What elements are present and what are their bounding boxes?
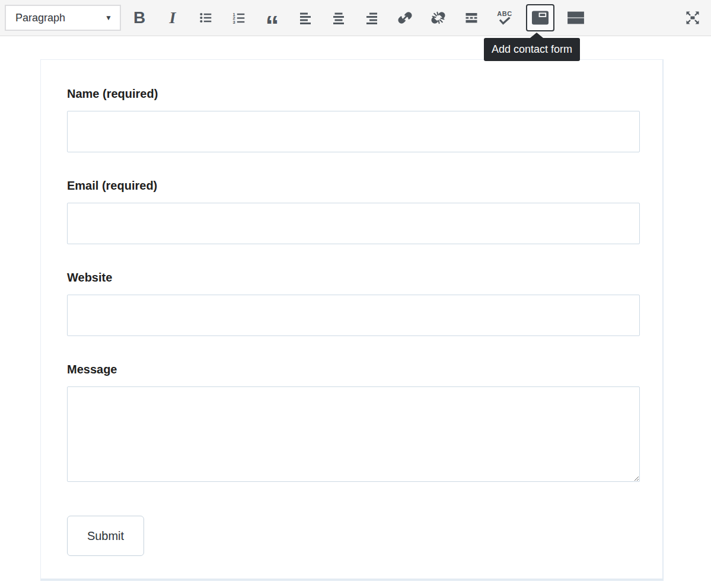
tooltip-text: Add contact form: [492, 43, 572, 55]
message-textarea[interactable]: [67, 386, 640, 482]
align-center-button[interactable]: [327, 5, 350, 30]
editor-toolbar: Paragraph ▼ B I 1 2 3: [0, 0, 711, 36]
align-left-button[interactable]: [294, 5, 317, 30]
italic-button[interactable]: I: [161, 5, 184, 30]
align-right-button[interactable]: [360, 5, 384, 30]
numbered-list-button[interactable]: 1 2 3: [227, 5, 251, 30]
read-more-icon: [464, 11, 479, 25]
numbered-list-icon: 1 2 3: [232, 11, 246, 25]
check-icon: [498, 17, 512, 25]
editor-canvas[interactable]: Name (required) Email (required) Website…: [40, 59, 664, 581]
align-left-icon: [298, 11, 313, 25]
align-center-icon: [331, 11, 346, 25]
link-icon: [397, 10, 413, 25]
name-input[interactable]: [67, 111, 640, 152]
email-input[interactable]: [67, 203, 640, 244]
blockquote-button[interactable]: “: [260, 5, 284, 30]
bold-button[interactable]: B: [127, 5, 151, 30]
insert-link-button[interactable]: [393, 5, 417, 30]
broken-link-icon: [431, 10, 446, 25]
toolbar-buttons: B I 1 2 3 “: [127, 4, 588, 31]
tooltip-arrow-icon: [530, 33, 543, 38]
submit-button[interactable]: Submit: [67, 516, 144, 556]
add-contact-form-button[interactable]: [526, 4, 554, 31]
message-field-label: Message: [67, 363, 117, 376]
bold-icon: B: [133, 9, 145, 26]
align-right-icon: [365, 11, 379, 25]
read-more-button[interactable]: [460, 5, 483, 30]
spellcheck-icon: ABC: [497, 11, 512, 25]
fullscreen-icon: [684, 9, 701, 26]
contact-form-icon: [531, 9, 549, 26]
keyboard-icon: [567, 10, 585, 25]
svg-text:3: 3: [233, 20, 235, 25]
email-field-label: Email (required): [67, 179, 157, 193]
fullscreen-button[interactable]: [681, 5, 704, 30]
paragraph-format-select[interactable]: Paragraph ▼: [5, 5, 121, 31]
name-field-label: Name (required): [67, 87, 158, 101]
bullet-list-icon: [199, 11, 213, 25]
caret-down-icon: ▼: [105, 14, 112, 22]
unlink-button[interactable]: [426, 5, 450, 30]
toolbar-toggle-button[interactable]: [564, 5, 588, 30]
italic-icon: I: [170, 9, 176, 26]
format-select-value: Paragraph: [15, 12, 65, 24]
spellcheck-button[interactable]: ABC: [493, 5, 516, 30]
bullet-list-button[interactable]: [194, 5, 218, 30]
website-field-label: Website: [67, 271, 112, 285]
tooltip: Add contact form: [484, 38, 580, 61]
website-input[interactable]: [67, 295, 640, 336]
